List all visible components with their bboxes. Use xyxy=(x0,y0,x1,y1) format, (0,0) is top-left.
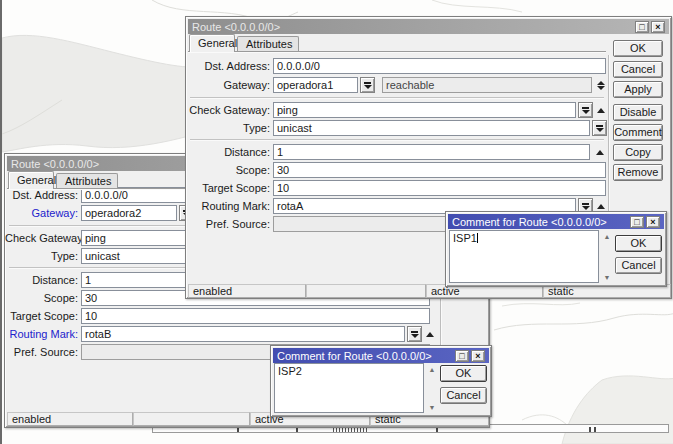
routing-mark-dropdown-icon[interactable] xyxy=(407,326,422,342)
routing-mark-input[interactable]: rotaB xyxy=(81,326,405,342)
comment1-titlebar[interactable]: Comment for Route <0.0.0.0/0> □ × xyxy=(448,214,664,229)
type-input[interactable]: unicast xyxy=(273,120,590,136)
restore-icon[interactable]: □ xyxy=(635,21,649,33)
gateway-input[interactable]: operadora2 xyxy=(81,205,177,221)
gateway-label: Gateway: xyxy=(5,205,78,221)
field-row-scope: Scope: 30 xyxy=(186,162,673,178)
comment-button[interactable]: Comment xyxy=(613,124,663,141)
target-scope-label: Target Scope: xyxy=(186,180,270,196)
comment-textarea[interactable]: ISP1 xyxy=(449,230,599,283)
restore-icon[interactable]: □ xyxy=(630,216,644,228)
pref-source-label: Pref. Source: xyxy=(5,344,78,360)
ok-button[interactable]: OK xyxy=(440,365,487,382)
gateway-spinner-icon[interactable] xyxy=(594,77,607,93)
check-gateway-label: Check Gateway: xyxy=(186,102,270,118)
disable-button[interactable]: Disable xyxy=(613,104,663,121)
gateway-dropdown-icon[interactable] xyxy=(360,77,375,93)
distance-label: Distance: xyxy=(5,272,78,288)
routing-mark-collapse-icon[interactable] xyxy=(423,326,436,342)
field-row-check-gateway: Check Gateway: ping xyxy=(186,102,673,118)
table-gridline xyxy=(589,427,591,432)
comment-textarea[interactable]: ISP2 xyxy=(274,363,424,413)
scroll-up-icon[interactable]: ▲ xyxy=(426,365,438,375)
type-dropdown-icon[interactable] xyxy=(592,120,607,136)
gateway-status: reachable xyxy=(382,77,592,93)
group-separator xyxy=(190,139,604,141)
target-scope-label: Target Scope: xyxy=(5,308,78,324)
pref-source-label: Pref. Source: xyxy=(186,216,270,232)
table-gridline xyxy=(594,427,596,432)
close-icon[interactable]: × xyxy=(471,350,485,362)
cancel-button[interactable]: Cancel xyxy=(440,387,487,404)
truncated-cell-text xyxy=(333,428,367,432)
field-row-target-scope: Target Scope: 10 xyxy=(186,180,673,196)
target-scope-input[interactable]: 10 xyxy=(273,180,606,196)
comment1-title: Comment for Route <0.0.0.0/0> xyxy=(452,216,607,228)
route-front-titlebar[interactable]: Route <0.0.0.0/0> □ × xyxy=(188,19,669,34)
distance-label: Distance: xyxy=(186,144,270,160)
gateway-input[interactable]: operadora1 xyxy=(273,77,358,93)
remove-button[interactable]: Remove xyxy=(613,164,663,181)
dst-address-label: Dst. Address: xyxy=(186,58,270,74)
target-scope-input[interactable]: 10 xyxy=(81,308,430,324)
distance-collapse-icon[interactable] xyxy=(593,144,606,160)
close-icon[interactable]: × xyxy=(651,21,665,33)
scope-label: Scope: xyxy=(186,162,270,178)
check-gateway-collapse-icon[interactable] xyxy=(594,102,607,118)
comment-dialog-isp1: Comment for Route <0.0.0.0/0> □ × ISP1 ▲… xyxy=(445,211,667,287)
tab-baseline xyxy=(188,51,606,53)
scope-input[interactable]: 30 xyxy=(273,162,606,178)
comment2-titlebar[interactable]: Comment for Route <0.0.0.0/0> □ × xyxy=(273,348,489,363)
scroll-up-icon[interactable]: ▲ xyxy=(601,232,613,242)
status-enabled: enabled xyxy=(7,412,133,426)
check-gateway-label: Check Gateway: xyxy=(5,230,78,246)
dst-address-input[interactable]: 0.0.0.0/0 xyxy=(273,58,606,74)
status-empty xyxy=(133,412,250,426)
type-label: Type: xyxy=(5,248,78,264)
cancel-button[interactable]: Cancel xyxy=(613,61,663,78)
copy-button[interactable]: Copy xyxy=(613,144,663,161)
scope-label: Scope: xyxy=(5,290,78,306)
type-label: Type: xyxy=(186,120,270,136)
group-separator xyxy=(190,97,604,99)
routing-mark-label: Routing Mark: xyxy=(186,198,270,214)
gateway-label: Gateway: xyxy=(186,77,270,93)
tab-general[interactable]: General xyxy=(8,171,54,189)
routing-mark-label: Routing Mark: xyxy=(5,326,78,342)
distance-input[interactable]: 1 xyxy=(273,144,590,160)
comment2-title: Comment for Route <0.0.0.0/0> xyxy=(277,350,432,362)
field-row-target-scope: Target Scope: 10 xyxy=(5,308,491,324)
status-empty xyxy=(306,284,426,298)
ok-button[interactable]: OK xyxy=(615,235,662,252)
cancel-button[interactable]: Cancel xyxy=(615,257,662,274)
field-row-routing-mark: Routing Mark: rotaB xyxy=(5,326,491,342)
scroll-down-icon[interactable]: ▼ xyxy=(601,273,613,283)
field-row-type: Type: unicast xyxy=(186,120,673,136)
comment-dialog-isp2: Comment for Route <0.0.0.0/0> □ × ISP2 ▲… xyxy=(270,345,492,417)
check-gateway-input[interactable]: ping xyxy=(273,102,576,118)
text-cursor xyxy=(477,233,478,243)
route-back-title: Route <0.0.0.0/0> xyxy=(11,158,99,170)
route-front-title: Route <0.0.0.0/0> xyxy=(192,21,280,33)
field-row-dst-address: Dst. Address: 0.0.0.0/0 xyxy=(186,58,673,74)
tab-attributes[interactable]: Attributes xyxy=(56,173,118,188)
field-row-distance: Distance: 1 xyxy=(186,144,673,160)
restore-icon[interactable]: □ xyxy=(455,350,469,362)
apply-button[interactable]: Apply xyxy=(613,81,663,98)
tab-general[interactable]: General xyxy=(189,34,235,52)
scroll-down-icon[interactable]: ▼ xyxy=(426,403,438,413)
check-gateway-dropdown-icon[interactable] xyxy=(578,102,593,118)
desktop: Route <0.0.0.0/0> General Attributes Dst… xyxy=(0,0,673,444)
tab-attributes[interactable]: Attributes xyxy=(237,36,299,51)
close-icon[interactable]: × xyxy=(646,216,660,228)
status-enabled: enabled xyxy=(188,284,306,298)
ok-button[interactable]: OK xyxy=(613,40,663,57)
field-row-gateway: Gateway: operadora1 reachable xyxy=(186,77,673,93)
